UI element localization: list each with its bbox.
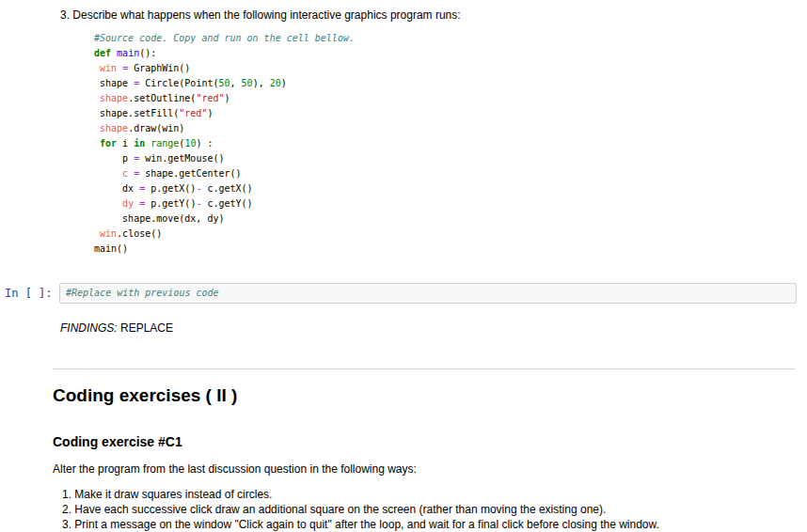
findings-value: REPLACE	[120, 321, 173, 335]
code-token: "red"	[196, 93, 224, 103]
exercise-list: 1. Make it draw squares instead of circl…	[62, 487, 659, 532]
code-token: "red"	[179, 108, 207, 118]
code-token: Circle(Point(	[139, 78, 218, 88]
code-line: shape = Circle(Point(50, 50), 20)	[94, 76, 355, 91]
code-token: i	[117, 138, 134, 149]
code-token: shape.getCenter()	[139, 168, 241, 179]
code-line: for i in range(10) :	[94, 136, 355, 151]
code-token: p	[94, 153, 134, 164]
code-token: dy	[122, 198, 134, 209]
notebook-page: 3. Describe what happens when the follow…	[0, 0, 807, 532]
findings-line: FINDINGS: REPLACE	[60, 321, 173, 335]
exercise-intro: Alter the program from the last discussi…	[53, 462, 417, 476]
code-token: shape	[100, 93, 128, 103]
code-line: shape.move(dx, dy)	[94, 211, 355, 227]
code-token: c.getY()	[201, 198, 252, 209]
code-line: shape.draw(win)	[94, 121, 355, 136]
code-token: range	[150, 138, 179, 149]
code-token: shape	[94, 78, 134, 88]
cell-code-text: #Replace with previous code	[66, 288, 219, 298]
section-subtitle: Coding exercise #C1	[53, 434, 182, 449]
code-line: win.close()	[94, 227, 355, 242]
horizontal-rule	[53, 368, 795, 369]
code-token: shape	[100, 123, 128, 133]
code-token: in	[134, 138, 145, 149]
code-token: ),	[253, 78, 270, 88]
code-token: .draw(win)	[128, 123, 184, 133]
code-line: shape.setFill("red")	[94, 106, 355, 121]
exercise-list-item: 2. Have each successive click draw an ad…	[62, 502, 659, 517]
code-line: def main():	[94, 46, 355, 61]
code-token: GraphWin()	[128, 63, 190, 73]
question-marker: 3.	[60, 8, 70, 22]
code-token: 10	[184, 138, 196, 149]
code-token: 20	[270, 78, 281, 88]
code-token: c.getX()	[201, 183, 252, 194]
code-token: win.getMouse()	[139, 153, 224, 164]
code-line: dx = p.getX()- c.getX()	[94, 181, 355, 196]
code-token: .close()	[117, 228, 162, 239]
code-token: )	[207, 108, 213, 118]
code-token: for	[100, 138, 117, 149]
question-text: Describe what happens when the following…	[72, 8, 460, 22]
code-token: )	[281, 78, 287, 88]
code-token: .setOutline(	[128, 93, 196, 103]
exercise-list-item: 3. Print a message on the window "Click …	[62, 517, 659, 532]
source-code-block: #Source code. Copy and run on the cell b…	[94, 31, 355, 257]
code-line: dy = p.getY()- c.getY()	[94, 196, 355, 211]
code-line: shape.setOutline("red")	[94, 91, 355, 106]
code-line: #Source code. Copy and run on the cell b…	[94, 31, 355, 46]
code-token	[94, 198, 122, 209]
code-cell-input[interactable]: #Replace with previous code	[59, 283, 797, 304]
code-token: ():	[139, 48, 156, 58]
code-token: #Source code. Copy and run on the cell b…	[94, 33, 355, 43]
code-token: p.getY()	[145, 198, 196, 209]
section-title: Coding exercises ( II )	[53, 385, 237, 406]
code-token: main	[117, 48, 139, 58]
exercise-list-item: 1. Make it draw squares instead of circl…	[62, 487, 659, 502]
code-token: ,	[230, 78, 242, 88]
code-token: ) :	[196, 138, 213, 149]
code-token: main()	[94, 243, 128, 254]
code-token: win	[100, 63, 117, 73]
code-line: c = shape.getCenter()	[94, 166, 355, 181]
code-token: shape.move(dx, dy)	[94, 213, 224, 224]
code-token	[94, 168, 122, 179]
code-token: dx	[94, 183, 139, 194]
code-token: def	[94, 48, 111, 58]
code-line: main()	[94, 242, 355, 257]
findings-label: FINDINGS:	[60, 321, 118, 335]
code-line: win = GraphWin()	[94, 61, 355, 76]
code-token: p.getX()	[145, 183, 196, 194]
code-token: 50	[218, 78, 229, 88]
input-prompt: In [ ]:	[5, 287, 53, 300]
code-line: p = win.getMouse()	[94, 151, 355, 166]
code-token: 50	[242, 78, 253, 88]
code-token: shape.setFill(	[94, 108, 179, 118]
code-token: )	[225, 93, 230, 103]
code-token: win	[100, 228, 117, 239]
question-item: 3. Describe what happens when the follow…	[60, 8, 461, 22]
